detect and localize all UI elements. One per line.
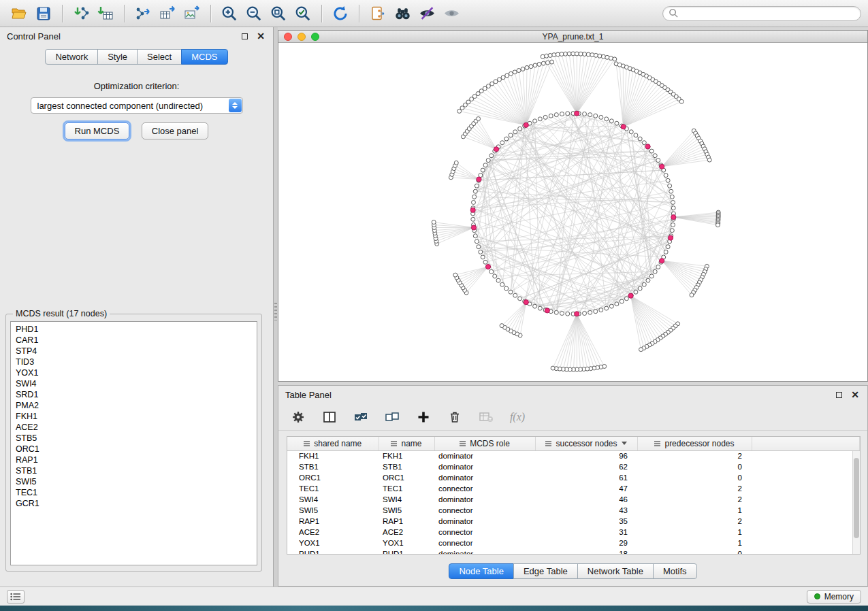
network-node[interactable]	[453, 273, 457, 277]
network-node[interactable]	[615, 121, 619, 125]
network-node-dominator[interactable]	[621, 125, 626, 129]
network-node[interactable]	[493, 274, 497, 278]
network-node[interactable]	[649, 149, 654, 153]
network-node[interactable]	[552, 53, 556, 57]
network-node[interactable]	[500, 324, 504, 328]
delete-table-button-disabled[interactable]	[477, 408, 495, 426]
column-header-mcds-role[interactable]: MCDS role	[434, 437, 535, 450]
column-header-predecessor-nodes[interactable]: predecessor nodes	[637, 437, 752, 450]
table-cell[interactable]: dominator	[434, 516, 535, 527]
network-node[interactable]	[472, 195, 477, 199]
network-node[interactable]	[642, 141, 646, 145]
table-cell[interactable]: 2	[637, 516, 752, 527]
network-node[interactable]	[588, 310, 592, 314]
table-cell[interactable]: PHD1	[287, 548, 379, 555]
table-row[interactable]: TEC1TEC1connector472	[287, 483, 860, 494]
network-node[interactable]	[664, 174, 668, 178]
network-node[interactable]	[486, 159, 490, 163]
float-panel-button[interactable]	[239, 31, 250, 42]
network-node-dominator[interactable]	[524, 122, 528, 127]
network-node[interactable]	[500, 141, 504, 145]
network-node[interactable]	[549, 114, 553, 118]
network-node[interactable]	[679, 99, 684, 103]
network-node[interactable]	[594, 114, 598, 118]
network-node[interactable]	[615, 302, 619, 306]
network-node[interactable]	[483, 163, 487, 167]
network-node-dominator[interactable]	[575, 312, 579, 316]
show-columns-button[interactable]	[321, 408, 338, 426]
network-node[interactable]	[509, 133, 513, 137]
tab-network-table[interactable]: Network Table	[577, 563, 654, 579]
table-cell[interactable]	[752, 548, 860, 555]
table-cell[interactable]: 29	[535, 538, 637, 548]
table-row[interactable]: SWI5SWI5connector431	[287, 505, 860, 516]
mcds-result-item[interactable]: YOX1	[16, 367, 257, 378]
network-node[interactable]	[639, 348, 643, 352]
table-cell[interactable]: RAP1	[379, 516, 434, 527]
table-cell[interactable]: dominator	[434, 461, 535, 472]
zoom-selected-button[interactable]	[291, 3, 315, 24]
network-node[interactable]	[475, 184, 479, 188]
scrollbar-thumb[interactable]	[854, 458, 859, 538]
network-node[interactable]	[605, 306, 609, 310]
network-node[interactable]	[501, 76, 505, 80]
zoom-fit-button[interactable]	[266, 3, 291, 24]
network-node[interactable]	[489, 269, 494, 274]
table-row[interactable]: FKH1FKH1dominator962	[287, 450, 860, 461]
network-node[interactable]	[669, 189, 673, 193]
network-node[interactable]	[500, 282, 504, 286]
table-cell[interactable]: PHD1	[379, 548, 434, 555]
network-node[interactable]	[670, 229, 674, 233]
network-node[interactable]	[481, 168, 485, 172]
network-node[interactable]	[609, 119, 613, 123]
network-node-dominator[interactable]	[524, 300, 528, 305]
network-node[interactable]	[588, 113, 592, 117]
table-row[interactable]: ACE2ACE2connector311	[287, 527, 860, 538]
network-node[interactable]	[490, 82, 494, 86]
network-node[interactable]	[590, 53, 594, 57]
network-node-dominator[interactable]	[671, 215, 676, 220]
close-panel-action-button[interactable]: Close panel	[142, 122, 209, 139]
network-node[interactable]	[599, 115, 603, 119]
network-node-dominator[interactable]	[660, 259, 664, 263]
table-cell[interactable]	[752, 461, 860, 472]
network-node[interactable]	[664, 250, 668, 254]
close-panel-button[interactable]: ✕	[255, 31, 266, 42]
table-cell[interactable]	[752, 450, 860, 461]
export-image-button[interactable]	[180, 3, 204, 24]
network-node[interactable]	[605, 117, 609, 121]
close-window-button[interactable]	[284, 33, 292, 41]
network-node[interactable]	[475, 240, 479, 244]
table-row[interactable]: STB1STB1dominator620	[287, 461, 860, 472]
network-node[interactable]	[649, 274, 654, 278]
network-node[interactable]	[541, 54, 545, 59]
table-scrollbar[interactable]	[852, 451, 860, 554]
network-node[interactable]	[505, 73, 509, 78]
table-cell[interactable]: 2	[637, 450, 752, 461]
table-cell[interactable]: 2	[637, 483, 752, 494]
mcds-result-item[interactable]: STP4	[16, 346, 257, 357]
network-node[interactable]	[566, 112, 570, 116]
table-cell[interactable]	[752, 483, 860, 494]
network-node[interactable]	[624, 297, 628, 301]
mcds-result-item[interactable]: STB1	[16, 465, 257, 476]
deselect-all-button[interactable]	[383, 408, 401, 426]
delete-column-button[interactable]	[446, 408, 464, 426]
network-node[interactable]	[656, 159, 660, 163]
run-mcds-button[interactable]: Run MCDS	[65, 122, 130, 139]
network-node[interactable]	[477, 117, 481, 121]
network-node[interactable]	[634, 133, 638, 137]
network-node[interactable]	[634, 290, 638, 294]
table-cell[interactable]: 35	[535, 516, 637, 527]
tab-network[interactable]: Network	[45, 49, 98, 65]
network-node[interactable]	[629, 130, 633, 134]
table-cell[interactable]	[752, 494, 860, 505]
tab-motifs[interactable]: Motifs	[653, 563, 697, 579]
network-node-dominator[interactable]	[494, 147, 498, 152]
table-cell[interactable]: dominator	[434, 494, 535, 505]
table-cell[interactable]: STB1	[379, 461, 434, 472]
network-node[interactable]	[646, 278, 650, 282]
memory-button[interactable]: Memory	[807, 590, 861, 604]
refresh-button[interactable]	[328, 3, 353, 24]
network-node[interactable]	[671, 200, 675, 204]
